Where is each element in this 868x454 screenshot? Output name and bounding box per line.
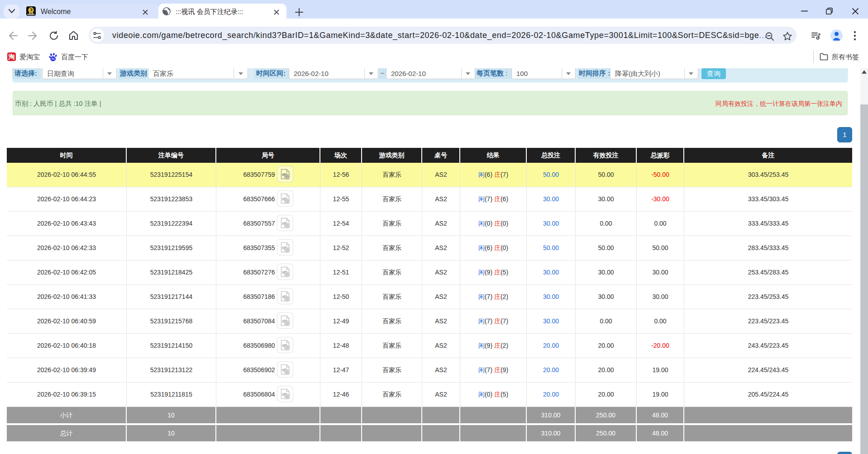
svg-text:du: du: [52, 57, 55, 60]
